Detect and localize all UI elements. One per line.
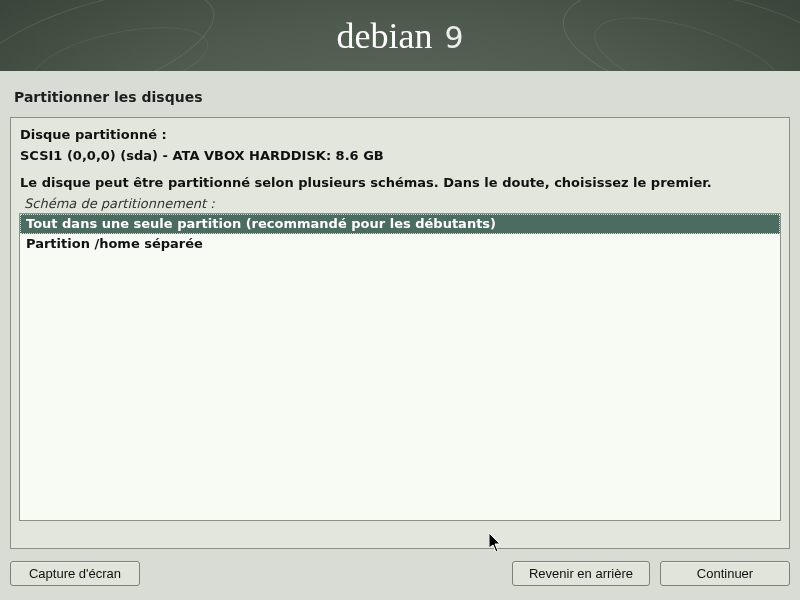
back-button[interactable]: Revenir en arrière: [512, 561, 650, 586]
main-panel: Disque partitionné : SCSI1 (0,0,0) (sda)…: [10, 117, 790, 549]
scheme-label: Schéma de partitionnement :: [24, 196, 781, 211]
continue-button[interactable]: Continuer: [660, 561, 790, 586]
right-buttons-group: Revenir en arrière Continuer: [512, 561, 790, 586]
scheme-option-all-in-one[interactable]: Tout dans une seule partition (recommand…: [20, 214, 780, 234]
scheme-list[interactable]: Tout dans une seule partition (recommand…: [19, 213, 781, 521]
brand-version: 9: [444, 20, 463, 55]
help-text: Le disque peut être partitionné selon pl…: [20, 175, 780, 190]
os-logo: debian 9: [336, 15, 463, 57]
page-title: Partitionner les disques: [0, 71, 800, 117]
brand-name: debian: [336, 15, 432, 57]
disk-partitioned-label: Disque partitionné :: [20, 127, 780, 142]
disk-descriptor: SCSI1 (0,0,0) (sda) - ATA VBOX HARDDISK:…: [20, 148, 780, 163]
header-banner: debian 9: [0, 0, 800, 71]
button-row: Capture d'écran Revenir en arrière Conti…: [10, 561, 790, 586]
scheme-option-separate-home[interactable]: Partition /home séparée: [20, 234, 780, 254]
screenshot-button[interactable]: Capture d'écran: [10, 561, 140, 586]
